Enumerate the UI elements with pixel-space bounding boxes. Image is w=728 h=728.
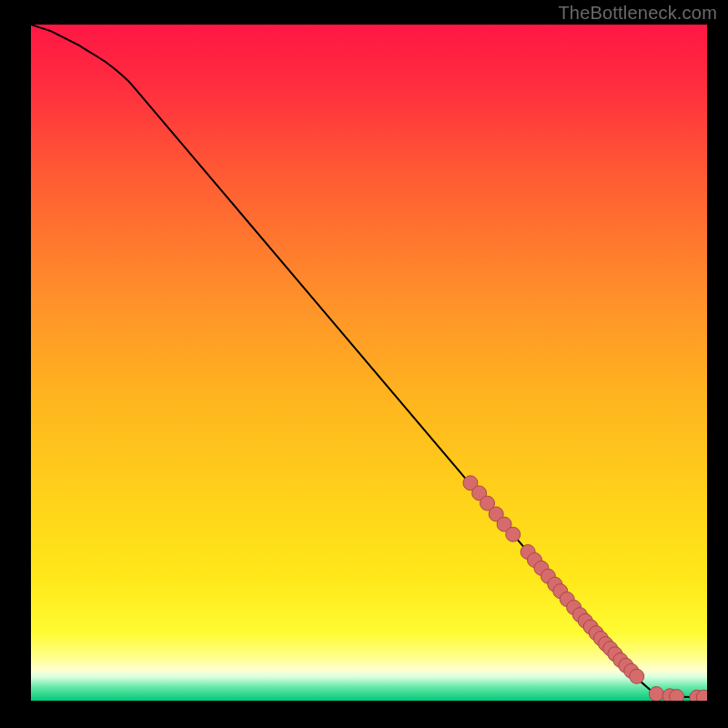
watermark-text: TheBottleneck.com	[558, 3, 717, 24]
data-marker	[649, 687, 663, 701]
chart-overlay	[31, 25, 707, 701]
curve-line	[31, 25, 707, 697]
data-marker	[506, 527, 521, 541]
markers-group	[463, 476, 707, 701]
plot-area	[31, 25, 707, 701]
data-marker	[630, 669, 644, 683]
data-marker	[670, 690, 684, 701]
frame: TheBottleneck.com	[0, 0, 728, 728]
